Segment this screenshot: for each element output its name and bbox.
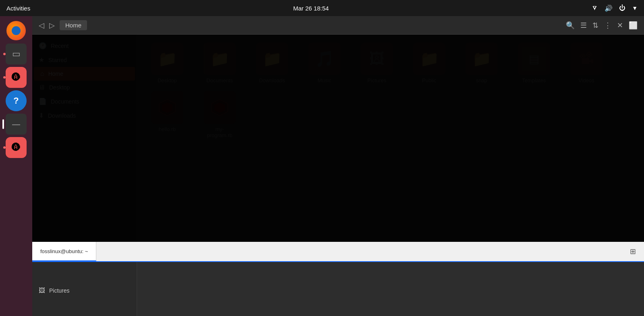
fm-list-view-button[interactable]: ☰	[580, 21, 587, 30]
network-icon[interactable]: ⛛	[592, 4, 598, 12]
dock-item-help[interactable]: ?	[6, 90, 27, 111]
fm-header-right: 🔍 ☰ ⇅ ⋮ ✕ ⬜	[566, 21, 638, 30]
fm-menu-button[interactable]: ⋮	[604, 21, 611, 30]
dock-item-terminal-active[interactable]: —	[6, 114, 27, 135]
fm-forward-button[interactable]: ▷	[49, 21, 55, 30]
terminal-content[interactable]: fosslinux@ubuntu:~$	[32, 16, 644, 242]
fm-header-left: ◁ ▷ Home	[39, 20, 87, 30]
pictures-icon: 🖼	[39, 287, 45, 294]
activities-button[interactable]: Activities	[6, 5, 30, 12]
fm-close-button[interactable]: ✕	[617, 21, 623, 30]
application-dock: ▭ 🅐 ? — 🅐	[0, 16, 32, 316]
main-area: ◁ ▷ Home 🔍 ☰ ⇅ ⋮ ✕ ⬜ 🕐 Recent	[32, 16, 644, 316]
dock-item-appstore2[interactable]: 🅐	[6, 137, 27, 158]
terminal-tabbar: fosslinux@ubuntu: ~ ⊞	[32, 242, 644, 262]
dropdown-icon[interactable]: ▼	[632, 5, 638, 11]
fm-search-button[interactable]: 🔍	[566, 21, 575, 30]
dock-item-appstore[interactable]: 🅐	[6, 67, 27, 88]
datetime-display: Mar 26 18:54	[293, 5, 328, 12]
fm-location-bar[interactable]: Home	[60, 20, 87, 30]
dock-item-terminal-small[interactable]: ▭	[6, 44, 27, 64]
fm-maximize-button[interactable]: ⬜	[629, 21, 638, 30]
terminal-tab-active[interactable]: fosslinux@ubuntu: ~	[32, 242, 96, 261]
fm-sidebar-item-pictures[interactable]: 🖼 Pictures	[32, 284, 137, 297]
fm-back-button[interactable]: ◁	[39, 21, 44, 30]
terminal-window: fosslinux@ubuntu:~$	[32, 16, 644, 242]
fm-sidebar-label-pictures: Pictures	[49, 287, 70, 294]
power-icon[interactable]: ⏻	[619, 4, 625, 12]
system-tray: ⛛ 🔊 ⏻ ▼	[592, 4, 638, 12]
dock-item-firefox[interactable]	[6, 20, 27, 41]
topbar: Activities Mar 26 18:54 ⛛ 🔊 ⏻ ▼	[0, 0, 644, 16]
volume-icon[interactable]: 🔊	[605, 4, 613, 12]
fm-sort-button[interactable]: ⇅	[592, 21, 598, 30]
terminal-add-tab-button[interactable]: ⊞	[626, 245, 640, 258]
